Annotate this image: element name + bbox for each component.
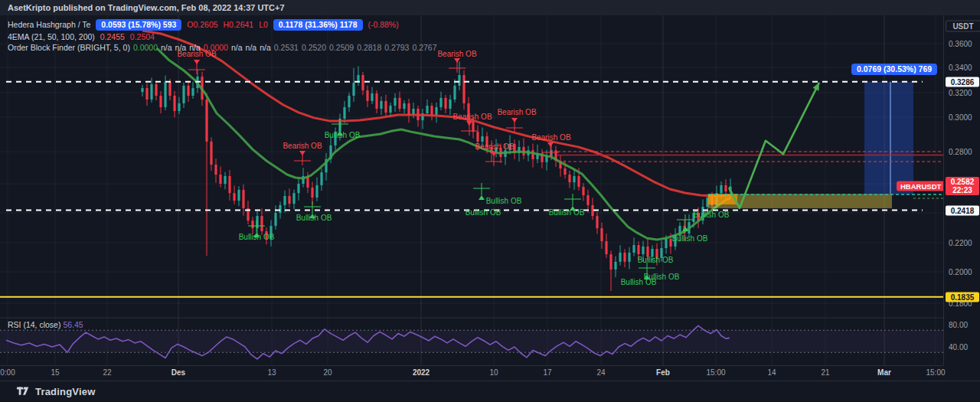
ema-value-1: 0.2455 xyxy=(100,32,125,41)
bullish-ob-label: Bullish OB xyxy=(466,208,501,217)
bullish-ob-label: Bullish OB xyxy=(325,131,361,139)
orderblock-value: 0.2520 xyxy=(302,43,326,52)
symbol-price-tag: HBARUSDT xyxy=(897,181,945,191)
orderblock-indicator-name[interactable]: Order Block Finder (BRIGHT, 5, 0) xyxy=(8,43,130,52)
bearish-ob-label: Bearish OB xyxy=(475,142,514,151)
rsi-legend[interactable]: RSI (14, close) 56.45 xyxy=(8,320,83,329)
legend-row-symbol[interactable]: Hedera Hashgraph / Te 0.0593 (15.78%) 59… xyxy=(8,19,402,31)
measure-pill-3[interactable]: 0.0769 (30.53%) 769 xyxy=(851,64,937,75)
bearish-ob-label: Bearish OB xyxy=(283,142,322,150)
symbol-title[interactable]: Hedera Hashgraph / Te xyxy=(8,20,90,29)
time-tick: Feb xyxy=(656,368,670,377)
time-axis[interactable]: 0:001522Des13202022101724Feb15:001421Mar… xyxy=(0,365,943,381)
price-tick: 0.3200 xyxy=(944,89,980,97)
tradingview-published-chart: AsetKripto published on TradingView.com,… xyxy=(0,0,980,402)
orderblock-value: n/a xyxy=(231,43,243,52)
ohlc-open: O0.2605 xyxy=(187,20,217,29)
bullish-ob-label: Bullish OB xyxy=(549,208,585,217)
time-tick: 24 xyxy=(596,368,605,377)
time-tick: 21 xyxy=(821,368,829,377)
rsi-value: 56.45 xyxy=(63,320,83,329)
price-label-0.2582: 0.258222:23 xyxy=(946,177,979,195)
time-tick: 22 xyxy=(103,368,111,377)
time-tick: Mar xyxy=(877,368,891,377)
bullish-ob-label: Bullish OB xyxy=(296,214,332,222)
projection-arrow-line[interactable] xyxy=(729,83,819,208)
orderblock-value: 0.2509 xyxy=(329,43,354,52)
price-tick: 0.2800 xyxy=(944,148,980,156)
price-label-0.2418: 0.2418 xyxy=(946,205,979,215)
orderblock-value: n/a xyxy=(161,43,172,52)
rsi-indicator-name[interactable]: RSI (14, close) xyxy=(8,320,60,329)
legend-row-orderblock[interactable]: Order Block Finder (BRIGHT, 5, 0)0.0000n… xyxy=(8,42,443,53)
time-tick: Des xyxy=(172,368,185,377)
change-percent: (-0.88%) xyxy=(368,20,398,29)
time-tick: 15 xyxy=(51,368,59,377)
ema-value-2: 0.2504 xyxy=(130,32,155,41)
bearish-ob-label: Bearish OB xyxy=(437,50,476,58)
bullish-ob-label: Bullish OB xyxy=(638,256,674,264)
time-tick: 15:00 xyxy=(926,368,945,377)
zone-box-0[interactable] xyxy=(864,82,913,194)
bearish-ob-label: Bearish OB xyxy=(497,108,536,116)
orderblock-value: 0.2531 xyxy=(274,43,299,52)
orderblock-value: 0.2767 xyxy=(412,43,436,52)
time-tick: 13 xyxy=(267,368,276,377)
footer-bar: TradingView xyxy=(0,381,980,402)
orderblock-value: 0.2793 xyxy=(384,43,409,52)
ema-indicator-name[interactable]: 4EMA (21, 50, 100, 200) xyxy=(8,32,95,41)
price-axis[interactable]: USDT0.36000.34000.32000.30000.28000.2200… xyxy=(943,15,980,365)
orderblock-value: 0.2818 xyxy=(357,43,381,52)
price-tick: 0.2000 xyxy=(944,268,980,276)
bearish-ob-label: Bearish OB xyxy=(177,50,216,58)
time-tick: 0:00 xyxy=(0,368,15,377)
bullish-ob-label: Bullish OB xyxy=(486,197,522,205)
legend-row-ema[interactable]: 4EMA (21, 50, 100, 200) 0.2455 0.2504 xyxy=(8,31,158,42)
time-tick: 15:00 xyxy=(706,368,725,377)
orderblock-value: n/a xyxy=(246,43,257,52)
measure-pill-1[interactable]: 0.0593 (15.78%) 593 xyxy=(96,19,181,31)
currency-label: USDT xyxy=(946,21,980,32)
bullish-ob-label: Bullish OB xyxy=(672,234,708,243)
tradingview-wordmark[interactable]: TradingView xyxy=(35,386,96,397)
time-tick: 17 xyxy=(543,368,551,377)
measure-pill-2[interactable]: 0.1178 (31.36%) 1178 xyxy=(273,19,363,31)
bearish-ob-label: Bearish OB xyxy=(531,133,570,142)
price-tick: 0.3000 xyxy=(944,113,980,122)
price-tick: 0.3600 xyxy=(944,40,980,48)
bullish-ob-label: Bullish OB xyxy=(694,211,730,219)
time-tick: 2022 xyxy=(413,368,430,377)
rsi-tick: 40.00 xyxy=(944,343,980,351)
price-label-0.3286: 0.3286 xyxy=(946,77,979,87)
tradingview-logo-icon[interactable] xyxy=(17,387,30,397)
orderblock-value: n/a xyxy=(260,43,271,52)
bearish-ob-label: Bearish OB xyxy=(452,113,492,121)
ohlc-high: H0.2641 xyxy=(224,20,254,29)
time-tick: 14 xyxy=(767,368,776,377)
rsi-tick: 80.00 xyxy=(944,321,980,329)
ohlc-low: L0 xyxy=(259,20,268,29)
bullish-ob-label: Bullish OB xyxy=(239,233,275,241)
price-tick: 0.2200 xyxy=(944,239,980,247)
time-tick: 10 xyxy=(489,368,498,377)
time-tick: 20 xyxy=(323,368,332,377)
price-tick: 0.3400 xyxy=(944,64,980,72)
price-label-0.1835: 0.1835 xyxy=(946,292,979,302)
bullish-ob-label: Bullish OB xyxy=(621,278,657,286)
orderblock-value: 0.0000 xyxy=(133,43,158,52)
